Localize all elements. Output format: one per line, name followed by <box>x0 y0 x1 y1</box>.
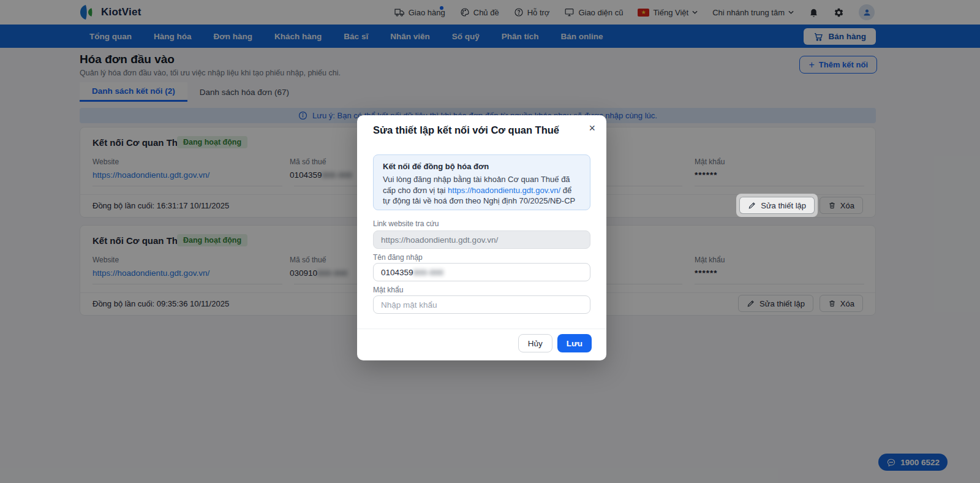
edit-settings-button[interactable]: Sửa thiết lập <box>739 197 815 214</box>
pencil-icon <box>748 201 756 210</box>
password-field[interactable]: Nhập mật khẩu <box>373 295 590 314</box>
modal-footer-divider <box>357 329 606 329</box>
website-field-label: Link website tra cứu <box>373 219 439 228</box>
highlighted-edit-wrapper: Sửa thiết lập <box>736 194 818 217</box>
password-placeholder: Nhập mật khẩu <box>381 300 437 310</box>
info-box-body: Vui lòng đăng nhập bằng tài khoản Cơ qua… <box>383 174 581 207</box>
username-field-label: Tên đăng nhập <box>373 253 423 262</box>
username-field[interactable]: 0104359888-888 <box>373 263 590 281</box>
website-field: https://hoadondientu.gdt.gov.vn/ <box>373 230 590 249</box>
redacted-text: 888-888 <box>413 268 444 277</box>
modal-title: Sửa thiết lập kết nối với Cơ quan Thuế <box>373 124 559 136</box>
info-box-title: Kết nối để đồng bộ hóa đơn <box>383 162 581 171</box>
cancel-button[interactable]: Hủy <box>518 334 552 352</box>
close-icon[interactable]: × <box>589 123 595 134</box>
tax-portal-link[interactable]: https://hoadondientu.gdt.gov.vn/ <box>448 186 560 195</box>
modal-info-box: Kết nối để đồng bộ hóa đơn Vui lòng đăng… <box>373 154 590 210</box>
save-button[interactable]: Lưu <box>557 334 592 352</box>
edit-connection-modal: Sửa thiết lập kết nối với Cơ quan Thuế ×… <box>357 115 606 360</box>
password-field-label: Mật khẩu <box>373 286 403 294</box>
